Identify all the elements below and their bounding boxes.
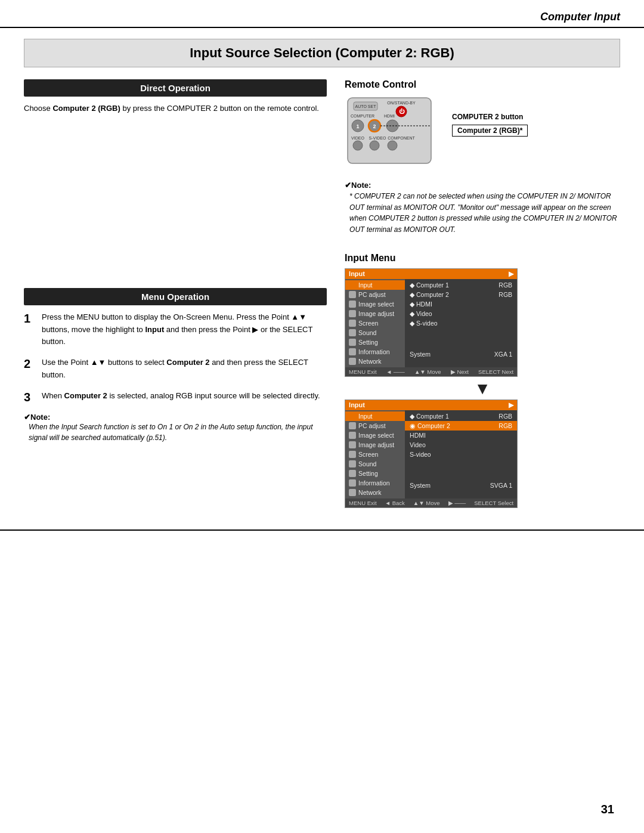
direct-operation-section: Direct Operation Choose Computer 2 (RGB)… bbox=[24, 79, 327, 115]
svg-text:⏻: ⏻ bbox=[399, 108, 405, 114]
svg-text:HDMI: HDMI bbox=[384, 114, 395, 118]
osd-right-panel-1: ◆ Computer 1RGB ◆ Computer 2RGB ◆ HDMI ◆… bbox=[405, 279, 517, 367]
steps-area: 1 Press the MENU button to display the O… bbox=[24, 311, 327, 404]
osd2-left-info: Information bbox=[345, 478, 405, 488]
remote-svg: AUTO SET ON/STAND-BY ⏻ COMPUTER HDMI 1 2 bbox=[345, 95, 446, 172]
osd2-system-row: SystemSVGA 1 bbox=[405, 481, 517, 490]
svg-text:2: 2 bbox=[373, 123, 376, 129]
svg-point-17 bbox=[353, 141, 363, 150]
osd2-right-svideo: S-video bbox=[405, 450, 517, 459]
osd-right-comp2: ◆ Computer 2RGB bbox=[405, 290, 517, 299]
osd-menu-2: Input ▶ Input PC adjust Image select Ima… bbox=[345, 400, 518, 508]
osd2-right-comp1: ◆ Computer 1RGB bbox=[405, 411, 517, 421]
note1-title: ✔Note: bbox=[345, 181, 371, 190]
svg-text:ON/STAND-BY: ON/STAND-BY bbox=[387, 101, 416, 105]
page-number: 31 bbox=[601, 803, 614, 816]
svg-text:COMPUTER: COMPUTER bbox=[351, 114, 374, 118]
note1-section: ✔Note: * COMPUTER 2 can not be selected … bbox=[345, 181, 620, 235]
step-1: 1 Press the MENU button to display the O… bbox=[24, 311, 327, 348]
osd-right-panel-2: ◆ Computer 1RGB ◉ Computer 2RGB HDMI Vid… bbox=[405, 410, 517, 498]
main-title: Input Source Selection (Computer 2: RGB) bbox=[24, 45, 620, 61]
osd2-left-sound: Sound bbox=[345, 459, 405, 469]
header-title: Computer Input bbox=[540, 11, 620, 23]
callout-1: COMPUTER 2 button bbox=[452, 113, 528, 121]
osd2-left-setting: Setting bbox=[345, 469, 405, 478]
svg-text:AUTO SET: AUTO SET bbox=[355, 104, 377, 109]
osd-left-imgselect: Image select bbox=[345, 299, 405, 309]
svg-text:S-VIDEO: S-VIDEO bbox=[369, 136, 386, 140]
osd-menu-1-title-text: Input bbox=[349, 270, 365, 278]
osd-left-network: Network bbox=[345, 357, 405, 366]
menu-operation-header: Menu Operation bbox=[24, 288, 327, 305]
step-2-num: 2 bbox=[24, 357, 37, 371]
osd2-left-pcadjust: PC adjust bbox=[345, 421, 405, 431]
arrow-down: ▼ bbox=[345, 380, 620, 397]
step-3-text: When Computer 2 is selected, analog RGB … bbox=[42, 390, 320, 402]
osd2-right-hdmi: HDMI bbox=[405, 431, 517, 440]
osd2-left-imgselect: Image select bbox=[345, 431, 405, 440]
osd-menu-2-body: Input PC adjust Image select Image adjus… bbox=[345, 410, 517, 498]
remote-control-section: Remote Control AUTO SET ON/STAND-BY ⏻ CO… bbox=[345, 79, 620, 172]
osd2-right-video: Video bbox=[405, 440, 517, 450]
osd-footer-2: MENU Exit ◄ Back ▲▼ Move ▶ —— SELECT Sel… bbox=[345, 498, 517, 507]
bottom-note-section: ✔Note: When the Input Search function is… bbox=[24, 413, 327, 444]
left-column: Direct Operation Choose Computer 2 (RGB)… bbox=[24, 73, 327, 512]
right-column: Remote Control AUTO SET ON/STAND-BY ⏻ CO… bbox=[345, 73, 620, 512]
osd-menu-1-title: Input ▶ bbox=[345, 269, 517, 279]
osd-left-pcadjust: PC adjust bbox=[345, 290, 405, 299]
step-2-bold: Computer 2 bbox=[166, 358, 209, 367]
input-menu-title: Input Menu bbox=[345, 253, 620, 264]
note1-text: * COMPUTER 2 can not be selected when us… bbox=[345, 191, 620, 235]
note2-text: When the Input Search function is set to… bbox=[24, 422, 327, 444]
step-1-num: 1 bbox=[24, 311, 37, 326]
osd-left-screen: Screen bbox=[345, 318, 405, 328]
direct-op-bold: Computer 2 (RGB) bbox=[52, 104, 120, 113]
svg-point-19 bbox=[388, 141, 397, 150]
main-title-box: Input Source Selection (Computer 2: RGB) bbox=[24, 39, 620, 67]
step-2-text: Use the Point ▲▼ buttons to select Compu… bbox=[42, 357, 327, 382]
step-1-bold: Input bbox=[145, 325, 164, 334]
osd-menu-2-title-text: Input bbox=[349, 401, 365, 409]
osd-right-comp1: ◆ Computer 1RGB bbox=[405, 280, 517, 290]
osd-left-info: Information bbox=[345, 347, 405, 357]
menu-operation-section: Menu Operation 1 Press the MENU button t… bbox=[24, 288, 327, 444]
note2-title: ✔Note: bbox=[24, 413, 50, 422]
step-1-text: Press the MENU button to display the On-… bbox=[42, 311, 327, 348]
osd-system-row: SystemXGA 1 bbox=[405, 349, 517, 359]
osd-menu-1: Input ▶ Input PC adjust Image select Ima… bbox=[345, 268, 518, 377]
page-header: Computer Input bbox=[0, 0, 644, 28]
svg-text:1: 1 bbox=[357, 123, 360, 129]
osd-right-video: ◆ Video bbox=[405, 309, 517, 318]
osd2-left-input: Input bbox=[345, 411, 405, 421]
step-3-bold: Computer 2 bbox=[64, 391, 107, 400]
bottom-separator bbox=[0, 529, 644, 531]
osd-left-menu-1: Input PC adjust Image select Image adjus… bbox=[345, 279, 405, 367]
remote-img-area: AUTO SET ON/STAND-BY ⏻ COMPUTER HDMI 1 2 bbox=[345, 95, 620, 172]
osd-footer-1: MENU Exit ◄ —— ▲▼ Move ▶ Next SELECT Nex… bbox=[345, 367, 517, 376]
direct-op-after: by press the COMPUTER 2 button on the re… bbox=[120, 104, 319, 113]
svg-text:COMPONENT: COMPONENT bbox=[388, 136, 415, 140]
osd-right-svideo: ◆ S-video bbox=[405, 318, 517, 328]
osd2-left-screen: Screen bbox=[345, 450, 405, 459]
osd-menu-2-title: Input ▶ bbox=[345, 400, 517, 410]
osd-left-imgadjust: Image adjust bbox=[345, 309, 405, 318]
osd2-left-imgadjust: Image adjust bbox=[345, 440, 405, 450]
osd-left-sound: Sound bbox=[345, 328, 405, 337]
osd-right-hdmi: ◆ HDMI bbox=[405, 299, 517, 309]
direct-operation-text: Choose Computer 2 (RGB) by press the COM… bbox=[24, 103, 327, 115]
osd-left-input: Input bbox=[345, 280, 405, 290]
svg-point-18 bbox=[370, 141, 379, 150]
step-2: 2 Use the Point ▲▼ buttons to select Com… bbox=[24, 357, 327, 382]
callout-2: Computer 2 (RGB)* bbox=[452, 125, 528, 137]
step-3-num: 3 bbox=[24, 390, 37, 404]
input-menu-section: Input Menu Input ▶ Input PC adjust Image… bbox=[345, 253, 620, 508]
direct-operation-header: Direct Operation bbox=[24, 79, 327, 97]
osd2-right-comp2: ◉ Computer 2RGB bbox=[405, 421, 517, 431]
remote-callout-area: COMPUTER 2 button Computer 2 (RGB)* bbox=[452, 113, 528, 137]
osd-left-menu-2: Input PC adjust Image select Image adjus… bbox=[345, 410, 405, 498]
remote-control-title: Remote Control bbox=[345, 79, 620, 90]
osd2-left-network: Network bbox=[345, 488, 405, 497]
osd-left-setting: Setting bbox=[345, 337, 405, 347]
osd-menu-1-body: Input PC adjust Image select Image adjus… bbox=[345, 279, 517, 367]
step-3: 3 When Computer 2 is selected, analog RG… bbox=[24, 390, 327, 404]
